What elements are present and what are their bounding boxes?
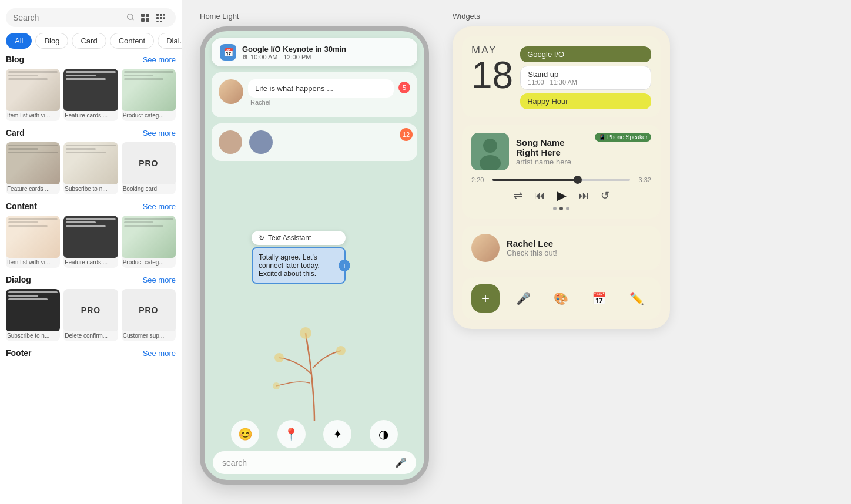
item-label: Product categ... — [122, 258, 176, 268]
list-item[interactable]: Product categ... — [122, 216, 176, 268]
pro-badge: PRO — [139, 305, 158, 315]
search-input[interactable] — [13, 13, 122, 22]
list-item[interactable]: Subscribe to n... — [6, 289, 60, 341]
svg-rect-9 — [156, 17, 159, 19]
location-button[interactable]: 📍 — [277, 420, 306, 448]
content-section: Content See more Item list with vi... Fe… — [0, 201, 182, 275]
progress-track[interactable] — [492, 179, 630, 181]
svg-rect-8 — [163, 14, 165, 16]
edit-icon[interactable]: ✏️ — [623, 291, 652, 305]
svg-rect-5 — [146, 18, 149, 22]
svg-point-15 — [273, 382, 280, 389]
message-row-2 — [219, 130, 410, 154]
prev-button[interactable]: ⏮ — [534, 190, 545, 202]
phone-bottom-icons: 😊 📍 ✦ ◑ — [205, 420, 424, 448]
notif-text: Google I/O Keynote in 30min 🗓 10:00 AM -… — [242, 45, 409, 61]
message-badge-12: 12 — [400, 128, 413, 141]
filter-blog[interactable]: Blog — [35, 33, 68, 49]
list-item[interactable]: Item list with vi... — [6, 69, 60, 121]
sender-name: Rachel — [248, 99, 394, 106]
dialog-see-more[interactable]: See more — [143, 275, 176, 284]
next-button[interactable]: ⏭ — [578, 190, 589, 202]
music-page-dots — [471, 207, 651, 210]
notif-title: Google I/O Keynote in 30min — [242, 45, 409, 53]
music-widget: Song Name Right Here artist name here 📱 … — [462, 125, 661, 219]
list-item[interactable]: Feature cards ... — [63, 216, 118, 268]
rachel-avatar — [219, 79, 243, 104]
total-time: 3:32 — [635, 176, 651, 183]
item-label: Customer sup... — [122, 331, 176, 341]
calendar-event-happy-hour[interactable]: Happy Hour — [520, 93, 651, 109]
microphone-icon[interactable]: 🎤 — [509, 291, 538, 305]
message-content: Life is what happens ... Rachel — [248, 79, 394, 106]
filter-dialog[interactable]: Dial... — [158, 33, 182, 49]
svg-rect-12 — [156, 21, 159, 22]
list-item[interactable]: Subscribe to n... — [63, 142, 118, 194]
emoji-button[interactable]: 😊 — [231, 420, 259, 448]
calendar-event-standup[interactable]: Stand up 11:00 - 11:30 AM — [520, 66, 651, 90]
svg-rect-7 — [160, 14, 162, 16]
item-label: Feature cards ... — [63, 258, 118, 268]
calendar-icon[interactable]: 📅 — [585, 291, 614, 305]
message-widget[interactable]: Rachel Lee Check this out! — [462, 226, 661, 270]
action-bar: + 🎤 🎨 📅 ✏️ — [462, 277, 661, 320]
sparkle-button[interactable]: ✦ — [323, 420, 351, 448]
shuffle-button[interactable]: ⇌ — [514, 189, 522, 202]
svg-point-17 — [300, 327, 311, 339]
filter-all[interactable]: All — [6, 33, 32, 49]
pro-badge: PRO — [139, 159, 158, 168]
palette-icon[interactable]: 🎨 — [547, 291, 576, 305]
widgets-label: Widgets — [453, 12, 480, 21]
item-label: Subscribe to n... — [6, 331, 60, 341]
ta-plus-button[interactable]: + — [339, 260, 350, 271]
message-widget-content: Rachel Lee Check this out! — [507, 238, 651, 257]
music-title: Song Name Right Here — [516, 137, 588, 157]
search-bar[interactable] — [6, 8, 176, 27]
list-item[interactable]: Feature cards ... — [6, 142, 60, 194]
blog-section: Blog See more Item list with vi... Featu… — [0, 55, 182, 128]
microphone-icon[interactable]: 🎤 — [395, 457, 407, 468]
footer-see-more[interactable]: See more — [143, 349, 176, 358]
widgets-panel: MAY 18 Google I/O Stand up 11:00 - 11:30… — [453, 26, 670, 329]
card-see-more[interactable]: See more — [143, 129, 176, 137]
text-assistant-label[interactable]: ↻ Text Assistant — [252, 231, 346, 245]
add-button[interactable]: + — [471, 284, 500, 313]
dialog-section-header: Dialog See more — [6, 275, 176, 284]
notif-icon: 📅 — [220, 44, 236, 61]
list-item[interactable]: PRO Customer sup... — [122, 289, 176, 341]
phone-search-bar[interactable]: search 🎤 — [213, 451, 416, 474]
filter-card[interactable]: Card — [72, 33, 106, 49]
progress-dot — [574, 176, 582, 184]
list-item[interactable]: PRO Booking card — [122, 142, 176, 194]
calendar-event-google-io[interactable]: Google I/O — [520, 46, 651, 62]
list-item[interactable]: Item list with vi... — [6, 216, 60, 268]
repeat-button[interactable]: ↺ — [601, 189, 609, 202]
phone-message-1: Life is what happens ... Rachel 5 — [212, 72, 417, 117]
contrast-button[interactable]: ◑ — [370, 420, 398, 448]
list-item[interactable]: Product categ... — [122, 69, 176, 121]
footer-title: Footer — [6, 348, 32, 358]
content-see-more[interactable]: See more — [143, 202, 176, 211]
blog-see-more[interactable]: See more — [143, 55, 176, 64]
event-time: 11:00 - 11:30 AM — [528, 79, 644, 86]
music-controls: ⇌ ⏮ ▶ ⏭ ↺ — [471, 188, 651, 203]
notif-subtitle: 🗓 10:00 AM - 12:00 PM — [242, 53, 409, 61]
home-light-label: Home Light — [200, 12, 239, 21]
list-item[interactable]: PRO Delete confirm... — [63, 289, 118, 341]
footer-section: Footer See more — [0, 348, 182, 369]
item-label: Item list with vi... — [6, 258, 60, 268]
phone-message-2: 12 — [212, 123, 417, 161]
message-widget-text: Check this out! — [507, 248, 651, 257]
svg-point-16 — [336, 346, 346, 355]
grid-view-icon[interactable] — [139, 12, 151, 23]
calendar-date: MAY 18 — [471, 44, 513, 94]
view-toggle-icons — [139, 12, 166, 23]
list-view-icon[interactable] — [155, 12, 166, 23]
play-button[interactable]: ▶ — [557, 188, 567, 203]
list-item[interactable]: Feature cards ... — [63, 69, 118, 121]
svg-point-14 — [274, 353, 284, 362]
svg-rect-13 — [160, 21, 162, 22]
refresh-icon: ↻ — [259, 234, 264, 242]
filter-content[interactable]: Content — [110, 33, 155, 49]
message-row-rachel: Life is what happens ... Rachel 5 — [219, 79, 410, 106]
